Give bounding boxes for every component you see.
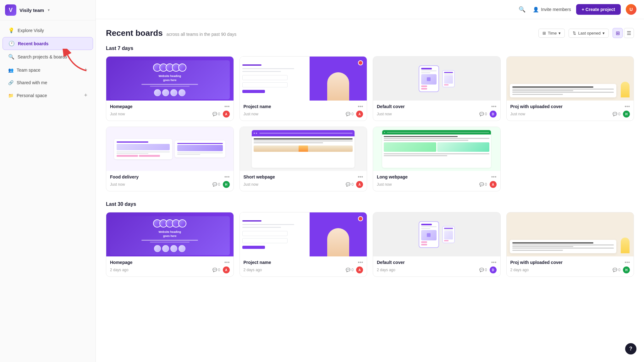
board-card-default-cover2[interactable]: Default cover ••• 2 days ago 💬 0 D (373, 212, 501, 277)
sort-filter-button[interactable]: ⇅ Last opened ▾ (569, 29, 609, 38)
board-time: Just now (244, 112, 258, 116)
comment-number: 0 (218, 268, 220, 272)
board-card-short-webpage[interactable]: Short webpage ••• Just now 💬 0 A (239, 127, 367, 191)
sidebar-item-explore[interactable]: 💡 Explore Visily (3, 24, 93, 36)
board-owner-avatar: H (623, 111, 630, 118)
sidebar-nav: 💡 Explore Visily 🕐 Recent boards 🔍 Searc… (0, 20, 96, 106)
board-card-long-webpage[interactable]: Long webpage ••• Just now 💬 0 A (373, 127, 501, 191)
more-options-button[interactable]: ••• (625, 260, 630, 265)
more-options-button[interactable]: ••• (224, 104, 230, 109)
chevron-down-icon: ▾ (559, 31, 561, 36)
comment-number: 0 (218, 182, 220, 187)
sidebar-item-search[interactable]: 🔍 Search projects & boards (3, 51, 93, 63)
board-owner-avatar: A (356, 266, 363, 273)
board-card-food-delivery[interactable]: Food delivery ••• Just now 💬 0 H (106, 127, 234, 191)
board-card-homepage2[interactable]: Website headinggoes here Homepage ••• 2 … (106, 212, 234, 277)
comment-count: 💬 0 (346, 268, 354, 272)
board-name: Food delivery (110, 174, 139, 179)
comment-icon: 💬 (212, 268, 217, 272)
sidebar-item-recent[interactable]: 🕐 Recent boards (3, 37, 93, 50)
comment-icon: 💬 (212, 112, 217, 116)
comment-count: 💬 0 (212, 268, 220, 272)
board-stats: 💬 0 A (346, 181, 363, 188)
sidebar-item-team-space[interactable]: 👥 Team space + (3, 63, 93, 76)
filter-bar: ⊞ Time ▾ ⇅ Last opened ▾ ⊞ ☰ (538, 28, 634, 38)
page-subtitle: across all teams in the past 90 days (167, 32, 237, 37)
list-view-button[interactable]: ☰ (624, 28, 634, 38)
more-options-button[interactable]: ••• (358, 104, 363, 109)
sidebar-item-personal[interactable]: 📁 Personal space + (3, 89, 93, 102)
user-avatar[interactable]: U (626, 4, 636, 15)
comment-count: 💬 0 (212, 182, 220, 187)
more-options-button[interactable]: ••• (491, 174, 497, 180)
board-time: Just now (110, 112, 125, 116)
board-name: Project name (244, 104, 271, 109)
chevron-down-icon: ▾ (603, 31, 605, 36)
board-card-project-name2[interactable]: Project name ••• 2 days ago 💬 0 A (239, 212, 367, 277)
board-owner-avatar: A (356, 181, 363, 188)
board-stats: 💬 0 H (613, 266, 630, 273)
help-button[interactable]: ? (625, 343, 636, 354)
board-card-homepage[interactable]: Website headinggoes here Homepage ••• Ju… (106, 56, 234, 121)
app-logo: V (5, 4, 16, 16)
sidebar-header[interactable]: V Visily team ▾ (0, 0, 96, 20)
time-filter-button[interactable]: ⊞ Time ▾ (538, 29, 565, 38)
board-owner-avatar: D (490, 111, 497, 118)
board-thumbnail (373, 212, 500, 256)
board-card-project-name[interactable]: Project name ••• Just now 💬 0 A (239, 56, 367, 121)
main-content: 🔍 👤 Invite members + Create project U Re… (96, 0, 644, 362)
board-stats: 💬 0 D (479, 266, 497, 273)
more-options-button[interactable]: ••• (224, 174, 230, 180)
explore-label: Explore Visily (18, 28, 44, 33)
board-time: 2 days ago (510, 268, 529, 272)
board-footer: Proj with uploaded cover ••• 2 days ago … (507, 256, 634, 277)
add-personal-icon[interactable]: + (84, 92, 87, 99)
board-thumbnail (240, 127, 367, 171)
board-time: 2 days ago (244, 268, 262, 272)
board-card-default-cover[interactable]: Default cover ••• Just now 💬 0 D (373, 56, 501, 121)
comment-number: 0 (351, 182, 354, 187)
board-footer: Long webpage ••• Just now 💬 0 A (373, 171, 500, 191)
board-card-proj-uploaded[interactable]: Proj with uploaded cover ••• Just now 💬 … (506, 56, 634, 121)
recent-label: Recent boards (18, 41, 48, 46)
more-options-button[interactable]: ••• (491, 104, 497, 109)
add-team-icon[interactable]: + (84, 67, 87, 73)
more-options-button[interactable]: ••• (491, 260, 497, 265)
comment-number: 0 (485, 182, 487, 187)
board-name: Proj with uploaded cover (510, 104, 563, 109)
comment-count: 💬 0 (212, 112, 220, 116)
board-owner-avatar: H (623, 266, 630, 273)
board-stats: 💬 0 D (479, 111, 497, 118)
comment-count: 💬 0 (479, 268, 487, 272)
comment-number: 0 (485, 268, 487, 272)
invite-members-button[interactable]: 👤 Invite members (533, 7, 571, 13)
comment-number: 0 (351, 112, 354, 116)
search-icon: 🔍 (8, 54, 14, 60)
search-button[interactable]: 🔍 (516, 4, 528, 15)
grid-view-button[interactable]: ⊞ (613, 28, 623, 38)
board-name: Short webpage (244, 174, 275, 179)
team-name: Visily team (19, 8, 44, 13)
lightbulb-icon: 💡 (8, 27, 14, 33)
more-options-button[interactable]: ••• (358, 260, 363, 265)
board-stats: 💬 0 A (212, 111, 230, 118)
board-thumbnail (507, 212, 634, 256)
more-options-button[interactable]: ••• (224, 260, 230, 265)
board-thumbnail (373, 57, 500, 101)
more-options-button[interactable]: ••• (625, 104, 630, 109)
sort-icon: ⇅ (573, 31, 576, 36)
create-project-button[interactable]: + Create project (576, 4, 621, 15)
board-time: 2 days ago (110, 268, 129, 272)
sidebar-item-shared[interactable]: 🔗 Shared with me (3, 77, 93, 88)
more-options-button[interactable]: ••• (358, 174, 363, 180)
board-card-proj-uploaded2[interactable]: Proj with uploaded cover ••• 2 days ago … (506, 212, 634, 277)
person-icon: 📁 (8, 93, 14, 98)
comment-icon: 💬 (479, 182, 484, 187)
comment-icon: 💬 (346, 112, 350, 116)
comment-count: 💬 0 (479, 182, 487, 187)
team-icon: 👥 (8, 68, 14, 73)
boards-grid-7days: Website headinggoes here Homepage ••• Ju… (106, 56, 634, 191)
board-stats: 💬 0 A (479, 181, 497, 188)
layers-icon: ⊞ (542, 31, 546, 36)
board-stats: 💬 0 A (346, 111, 363, 118)
